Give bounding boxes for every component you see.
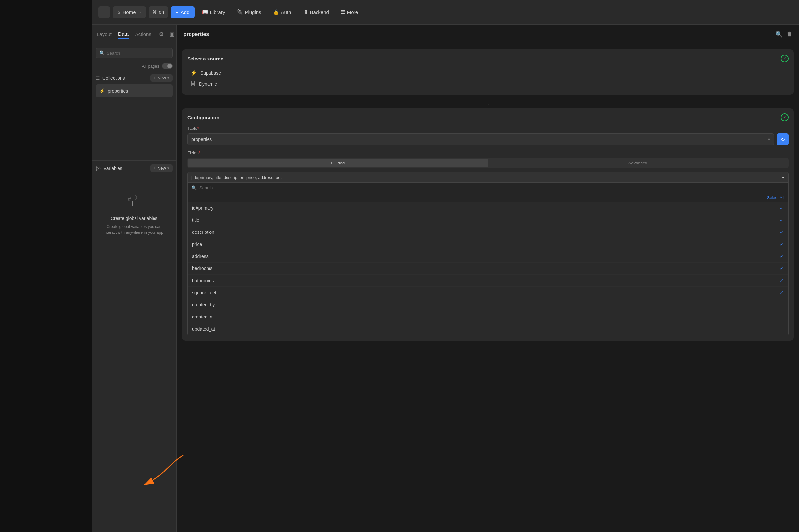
field-name: id#primary bbox=[192, 205, 213, 211]
panel-header: properties 🔍 🗑 bbox=[177, 24, 799, 44]
field-item[interactable]: price ✓ bbox=[187, 239, 788, 250]
fields-toggle-group: Guided Advanced bbox=[187, 158, 788, 168]
supabase-source-icon: ⚡ bbox=[190, 70, 197, 76]
collections-label: Collections bbox=[103, 76, 125, 81]
backend-label: Backend bbox=[310, 10, 329, 15]
field-item[interactable]: title ✓ bbox=[187, 214, 788, 226]
plus-icon: + bbox=[176, 10, 179, 15]
main-panel: properties 🔍 🗑 Select a source ✓ ⚡ Supab… bbox=[177, 24, 799, 532]
fields-selected-text: [id#primary, title, description, price, … bbox=[192, 175, 283, 180]
add-label: Add bbox=[181, 10, 189, 15]
field-list: id#primary ✓ title ✓ description ✓ price… bbox=[187, 202, 788, 335]
field-name: square_feet bbox=[192, 290, 216, 295]
field-item[interactable]: bathrooms ✓ bbox=[187, 275, 788, 287]
auth-icon: 🔒 bbox=[273, 9, 279, 15]
field-item[interactable]: bedrooms ✓ bbox=[187, 263, 788, 275]
svg-text:T: T bbox=[130, 199, 135, 208]
layout-icon[interactable]: ▣ bbox=[168, 30, 176, 39]
more-icon: ☰ bbox=[341, 9, 345, 15]
field-item[interactable]: created_at ✓ bbox=[187, 311, 788, 323]
fields-search-input[interactable] bbox=[199, 185, 784, 190]
trash-icon[interactable]: 🗑 bbox=[786, 31, 793, 38]
field-name: updated_at bbox=[192, 326, 215, 331]
lang-label: en bbox=[159, 10, 164, 15]
top-nav: ⋯ ⌂ Home ⌄ ⌘ en + Add 📖 Library 🔌 Plugin… bbox=[92, 0, 799, 24]
search-panel-icon[interactable]: 🔍 bbox=[776, 31, 783, 38]
refresh-icon: ↻ bbox=[781, 136, 785, 142]
nav-library-button[interactable]: 📖 Library bbox=[197, 6, 230, 18]
nav-lang-button[interactable]: ⌘ en bbox=[149, 6, 168, 18]
plus-icon: + bbox=[153, 166, 156, 171]
field-check-icon: ✓ bbox=[780, 290, 784, 295]
source-card-header: Select a source ✓ bbox=[187, 55, 788, 62]
variables-empty-icon: # () T {} bbox=[126, 192, 142, 211]
variables-new-button[interactable]: + New ▾ bbox=[150, 165, 172, 172]
nav-home-button[interactable]: ⌂ Home ⌄ bbox=[113, 6, 146, 18]
dynamic-source-option[interactable]: 🗄 Dynamic bbox=[187, 78, 788, 90]
field-item[interactable]: id#primary ✓ bbox=[187, 202, 788, 214]
library-icon: 📖 bbox=[202, 9, 208, 15]
source-check-icon: ✓ bbox=[781, 55, 788, 62]
nav-plugins-button[interactable]: 🔌 Plugins bbox=[232, 6, 266, 18]
dots-icon: ⋯ bbox=[101, 8, 107, 16]
field-item[interactable]: square_feet ✓ bbox=[187, 287, 788, 299]
field-item[interactable]: updated_at ✓ bbox=[187, 323, 788, 335]
tab-layout[interactable]: Layout bbox=[97, 30, 112, 38]
toggle-knob bbox=[167, 64, 172, 68]
tab-actions[interactable]: Actions bbox=[135, 30, 151, 38]
field-name: bathrooms bbox=[192, 278, 214, 283]
search-input[interactable] bbox=[107, 51, 169, 56]
field-item[interactable]: address ✓ bbox=[187, 250, 788, 263]
tab-data[interactable]: Data bbox=[118, 30, 129, 39]
fields-label: Fields* bbox=[187, 150, 788, 155]
supabase-source-option[interactable]: ⚡ Supabase bbox=[187, 67, 788, 78]
variables-empty-title: Create global variables bbox=[111, 216, 158, 221]
home-label: Home bbox=[123, 10, 135, 15]
field-name: created_by bbox=[192, 302, 215, 307]
backend-icon: 🗄 bbox=[303, 10, 308, 15]
field-check-icon: ✓ bbox=[780, 254, 784, 259]
guided-toggle-button[interactable]: Guided bbox=[188, 158, 488, 167]
table-select-row: properties ▾ ↻ bbox=[187, 133, 788, 145]
collection-properties-item[interactable]: ⚡ properties ⋯ bbox=[95, 84, 172, 97]
refresh-button[interactable]: ↻ bbox=[777, 133, 788, 145]
nav-more-button[interactable]: ☰ More bbox=[336, 7, 363, 17]
nav-dots-button[interactable]: ⋯ bbox=[98, 6, 110, 18]
field-name: title bbox=[192, 217, 199, 223]
nav-auth-button[interactable]: 🔒 Auth bbox=[268, 6, 296, 18]
all-pages-toggle[interactable] bbox=[162, 63, 172, 69]
config-card-title: Configuration bbox=[187, 115, 219, 120]
advanced-toggle-button[interactable]: Advanced bbox=[488, 158, 788, 167]
nav-backend-button[interactable]: 🗄 Backend bbox=[298, 6, 333, 18]
field-name: created_at bbox=[192, 314, 214, 320]
home-icon: ⌂ bbox=[117, 10, 120, 15]
collection-menu-icon[interactable]: ⋯ bbox=[163, 88, 168, 94]
collections-new-button[interactable]: + New ▾ bbox=[150, 74, 172, 82]
variables-empty-state: # () T {} Create global variables Create… bbox=[95, 178, 172, 248]
fields-selected-row[interactable]: [id#primary, title, description, price, … bbox=[187, 172, 788, 183]
plugins-icon: 🔌 bbox=[237, 9, 243, 15]
chevron-down-icon: ▾ bbox=[167, 166, 169, 170]
select-all-button[interactable]: Select All bbox=[767, 195, 784, 200]
config-card-header: Configuration ✓ bbox=[187, 113, 788, 121]
plugins-label: Plugins bbox=[245, 10, 261, 15]
field-check-icon: ✓ bbox=[780, 217, 784, 223]
config-check-icon: ✓ bbox=[781, 113, 788, 121]
table-select[interactable]: properties ▾ bbox=[187, 133, 774, 145]
field-name: description bbox=[192, 230, 214, 235]
field-item[interactable]: created_by ✓ bbox=[187, 299, 788, 311]
dark-background bbox=[0, 0, 92, 532]
all-pages-label: All pages bbox=[142, 64, 159, 69]
collections-section-header: ☰ Collections + New ▾ bbox=[95, 74, 172, 82]
chevron-down-icon: ▾ bbox=[167, 76, 169, 80]
arrow-down-icon: ↓ bbox=[182, 100, 794, 107]
panel-title: properties bbox=[183, 32, 209, 37]
nav-add-button[interactable]: + Add bbox=[170, 6, 195, 18]
sidebar-search-container[interactable]: 🔍 bbox=[95, 48, 172, 58]
field-item[interactable]: description ✓ bbox=[187, 226, 788, 239]
variables-title-row: {x} Variables bbox=[95, 166, 123, 171]
fields-search-container[interactable]: 🔍 bbox=[187, 183, 788, 193]
field-name: price bbox=[192, 242, 202, 247]
settings-icon[interactable]: ⚙ bbox=[158, 30, 165, 39]
select-all-row: Select All bbox=[187, 193, 788, 202]
